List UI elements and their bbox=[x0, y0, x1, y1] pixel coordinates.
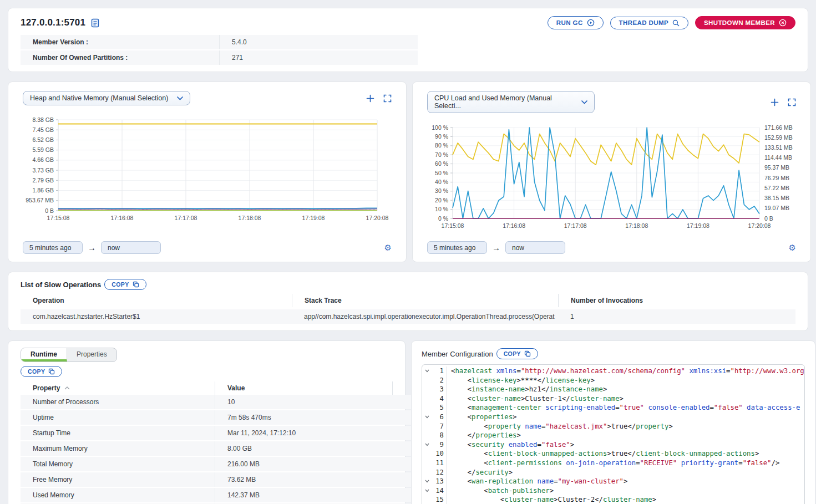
row-value: 5.4.0 bbox=[219, 35, 418, 49]
svg-text:70 %: 70 % bbox=[435, 151, 448, 158]
configuration-code-editor[interactable]: 1<hazelcast xmlns="http://www.hazelcast.… bbox=[422, 364, 805, 504]
svg-text:0 B: 0 B bbox=[764, 215, 773, 222]
arrow-right-icon: → bbox=[492, 243, 500, 252]
document-icon[interactable] bbox=[91, 18, 99, 28]
column-header-property[interactable]: Property bbox=[21, 381, 215, 395]
add-chart-icon[interactable] bbox=[366, 94, 374, 103]
thread-dump-button[interactable]: THREAD DUMP bbox=[610, 17, 688, 29]
fullscreen-icon[interactable] bbox=[383, 94, 392, 103]
page-title: 127.0.0.1:5701 bbox=[21, 17, 85, 28]
time-from-input[interactable]: 5 minutes ago bbox=[23, 241, 83, 254]
row-value: 216.00 MB bbox=[215, 457, 418, 471]
line-number: 11 bbox=[432, 459, 447, 468]
metric-select-heap[interactable]: Heap and Native Memory (Manual Selection… bbox=[23, 91, 190, 105]
svg-text:17:19:08: 17:19:08 bbox=[302, 215, 325, 221]
line-number: 1 bbox=[432, 366, 447, 376]
svg-text:20 %: 20 % bbox=[435, 197, 448, 203]
svg-text:6.52 GB: 6.52 GB bbox=[32, 136, 54, 143]
tab-runtime[interactable]: Runtime bbox=[21, 348, 67, 362]
row-value: Mar 11, 2024, 17:12:10 bbox=[215, 426, 418, 440]
line-number: 7 bbox=[432, 422, 447, 431]
chart-header-icons bbox=[771, 98, 796, 106]
svg-text:3.73 GB: 3.73 GB bbox=[32, 167, 54, 174]
fold-gutter bbox=[422, 431, 432, 440]
code-text: <property name="hazelcast.jmx">true</pro… bbox=[447, 422, 804, 431]
chart-header: Heap and Native Memory (Manual Selection… bbox=[23, 91, 392, 105]
copy-slow-operations-button[interactable]: COPY bbox=[104, 279, 146, 290]
svg-text:100 %: 100 % bbox=[432, 124, 448, 131]
table-row: Total Memory216.00 MB bbox=[21, 457, 418, 471]
svg-text:30 %: 30 % bbox=[435, 187, 448, 194]
svg-text:171.66 MB: 171.66 MB bbox=[764, 124, 793, 131]
svg-text:17:16:08: 17:16:08 bbox=[111, 215, 134, 221]
row-value: 7m 58s 470ms bbox=[215, 410, 418, 425]
code-line: 1<hazelcast xmlns="http://www.hazelcast.… bbox=[422, 366, 804, 376]
thread-dump-label: THREAD DUMP bbox=[619, 19, 668, 26]
line-number: 13 bbox=[432, 477, 447, 486]
code-text: <client-block-unmapped-actions>true</cli… bbox=[447, 449, 804, 459]
shutdown-member-label: SHUTDOWN MEMBER bbox=[704, 19, 775, 26]
time-to-input[interactable]: now bbox=[101, 241, 161, 254]
shutdown-member-button[interactable]: SHUTDOWN MEMBER bbox=[695, 16, 795, 29]
svg-text:1.86 GB: 1.86 GB bbox=[32, 187, 54, 194]
column-header-operation[interactable]: Operation bbox=[21, 294, 292, 307]
table-row: Maximum Memory8.00 GB bbox=[21, 441, 418, 456]
line-number: 10 bbox=[432, 449, 447, 459]
copy-icon bbox=[524, 350, 531, 357]
copy-label: COPY bbox=[28, 368, 45, 375]
column-header-invocations[interactable]: Number of Invocations bbox=[558, 294, 795, 307]
runtime-table-header: Property Value bbox=[21, 381, 393, 395]
member-title-row: 127.0.0.1:5701 RUN GC bbox=[21, 16, 795, 29]
code-line: 12 </security> bbox=[422, 468, 804, 477]
code-text: <cluster-name>Cluster-2</cluster-name> bbox=[447, 495, 804, 504]
time-to-input[interactable]: now bbox=[505, 241, 565, 254]
run-gc-button[interactable]: RUN GC bbox=[548, 16, 604, 29]
fold-chevron-icon[interactable] bbox=[422, 477, 432, 486]
column-header-stack-trace[interactable]: Stack Trace bbox=[292, 294, 558, 307]
fold-chevron-icon[interactable] bbox=[422, 440, 432, 450]
fold-chevron-icon[interactable] bbox=[422, 413, 432, 422]
fold-chevron-icon[interactable] bbox=[422, 366, 432, 376]
bottom-row: Runtime Properties COPY Property bbox=[8, 340, 808, 504]
code-line: 2 <license-key>****</license-key> bbox=[422, 376, 804, 385]
code-text: <instance-name>hz1</instance-name> bbox=[447, 385, 804, 394]
svg-text:17:20:08: 17:20:08 bbox=[748, 222, 771, 229]
svg-text:114.44 MB: 114.44 MB bbox=[764, 154, 792, 161]
svg-text:17:20:08: 17:20:08 bbox=[366, 215, 389, 221]
fold-gutter bbox=[422, 394, 432, 404]
table-row: Uptime7m 58s 470ms bbox=[21, 410, 418, 425]
code-line: 6 <properties> bbox=[422, 413, 804, 422]
copy-configuration-button[interactable]: COPY bbox=[496, 348, 538, 359]
svg-text:95.37 MB: 95.37 MB bbox=[764, 164, 789, 171]
row-label: Used Memory bbox=[21, 488, 215, 502]
column-header-value[interactable]: Value bbox=[215, 381, 393, 395]
svg-text:17:18:08: 17:18:08 bbox=[239, 215, 261, 221]
fold-chevron-icon[interactable] bbox=[422, 486, 432, 496]
row-value: 10 bbox=[215, 395, 418, 409]
gear-icon[interactable]: ⚙ bbox=[789, 243, 796, 252]
slow-operation-stack-trace: app//com.hazelcast.spi.impl.operationexe… bbox=[292, 309, 558, 324]
run-gc-label: RUN GC bbox=[556, 19, 583, 26]
svg-text:76.29 MB: 76.29 MB bbox=[764, 175, 789, 181]
slow-operation-invocations: 1 bbox=[558, 309, 795, 324]
metric-select-label: Heap and Native Memory (Manual Selection… bbox=[30, 94, 168, 102]
add-chart-icon[interactable] bbox=[771, 98, 779, 106]
table-row: Member Version :5.4.0 bbox=[21, 35, 418, 49]
line-number: 3 bbox=[432, 385, 447, 394]
gear-icon[interactable]: ⚙ bbox=[384, 243, 392, 252]
cpu-memory-chart-card: CPU Load and Used Memory (Manual Selecti… bbox=[412, 82, 811, 262]
time-from-input[interactable]: 5 minutes ago bbox=[427, 241, 487, 254]
row-label: Free Memory bbox=[21, 472, 215, 487]
member-info-table: Member Version :5.4.0Number Of Owned Par… bbox=[21, 35, 418, 65]
code-line: 5 <management-center scripting-enabled="… bbox=[422, 403, 804, 413]
svg-text:0 B: 0 B bbox=[45, 207, 54, 214]
tab-properties[interactable]: Properties bbox=[67, 348, 116, 362]
metric-select-cpu[interactable]: CPU Load and Used Memory (Manual Selecti… bbox=[427, 91, 595, 113]
chevron-down-icon bbox=[581, 100, 587, 104]
sort-ascending-icon bbox=[64, 386, 70, 390]
fullscreen-icon[interactable] bbox=[788, 98, 796, 106]
row-label: Total Memory bbox=[21, 457, 215, 471]
svg-text:2.79 GB: 2.79 GB bbox=[32, 177, 54, 184]
copy-runtime-button[interactable]: COPY bbox=[21, 366, 62, 377]
member-actions: RUN GC THREAD DUMP bbox=[548, 16, 795, 29]
